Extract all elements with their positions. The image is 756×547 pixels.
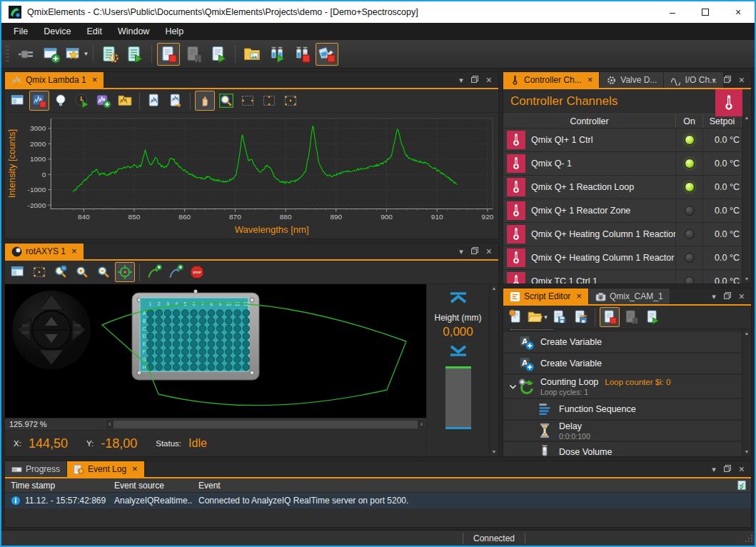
plate-well[interactable] xyxy=(208,363,215,371)
plate-well[interactable] xyxy=(156,333,163,340)
plate-well[interactable] xyxy=(164,348,171,356)
plate-well[interactable] xyxy=(226,310,233,317)
stop-acquisition-button[interactable] xyxy=(29,91,49,111)
panel-close-button[interactable]: × xyxy=(486,246,492,256)
plate-well[interactable] xyxy=(164,333,171,340)
panel-menu-button[interactable]: ▾ xyxy=(712,466,716,473)
plate-well[interactable] xyxy=(234,325,241,332)
plate-well[interactable] xyxy=(173,341,180,348)
plate-well[interactable] xyxy=(191,348,198,356)
plate-well[interactable] xyxy=(216,363,223,371)
menu-edit[interactable]: Edit xyxy=(79,24,110,39)
view-options-button[interactable] xyxy=(8,262,28,282)
scroll-up-icon[interactable]: ▲ xyxy=(745,115,750,121)
plate-well[interactable] xyxy=(156,341,163,348)
plate-well[interactable] xyxy=(199,348,206,356)
close-button[interactable]: × xyxy=(722,1,755,23)
column-header-on[interactable]: On xyxy=(676,114,703,128)
plate-well[interactable] xyxy=(147,318,154,325)
plate-well[interactable] xyxy=(182,356,189,363)
controller-row[interactable]: Qmix Q- 10.0 °C xyxy=(503,152,742,176)
panel-close-button[interactable]: × xyxy=(739,464,745,474)
plate-well[interactable] xyxy=(199,318,206,325)
plate-well[interactable] xyxy=(147,341,154,348)
plate-well[interactable] xyxy=(243,333,250,340)
plate-well[interactable] xyxy=(234,348,241,356)
script-step-delay-4[interactable]: Delay0:0:0:100 xyxy=(503,421,742,442)
plate-well[interactable] xyxy=(208,333,215,340)
plate-well[interactable] xyxy=(226,363,233,371)
minimize-button[interactable]: – xyxy=(656,1,689,23)
script-step-counting-loop-2[interactable]: Counting LoopLoop counter $i: 0Loop cycl… xyxy=(503,375,742,399)
plate-well[interactable] xyxy=(156,325,163,332)
plate-well[interactable] xyxy=(173,348,180,356)
plate-well[interactable] xyxy=(226,348,233,356)
plate-well[interactable] xyxy=(243,318,250,325)
column-header-event[interactable]: Event xyxy=(193,481,732,491)
fit-view-button[interactable] xyxy=(29,262,49,282)
plate-well[interactable] xyxy=(216,348,223,356)
plate-well[interactable] xyxy=(191,318,198,325)
scroll-down-icon[interactable]: ▼ xyxy=(745,449,750,455)
spectrum-chart[interactable]: -2000-1000010002000300084085086087088089… xyxy=(5,113,498,239)
fit-all-button[interactable] xyxy=(281,91,301,111)
panel-menu-button[interactable]: ▾ xyxy=(712,293,716,301)
menu-window[interactable]: Window xyxy=(110,24,157,39)
joystick-control[interactable] xyxy=(11,290,91,370)
plate-well[interactable] xyxy=(208,341,215,348)
dropdown-arrow-icon[interactable]: ▼ xyxy=(543,314,549,321)
view-options-button[interactable] xyxy=(8,91,28,111)
plate-well[interactable] xyxy=(191,363,198,371)
favorites-button[interactable]: ▼ xyxy=(65,43,88,66)
plate-well[interactable] xyxy=(243,348,250,356)
plate-well[interactable] xyxy=(164,325,171,332)
plate-well[interactable] xyxy=(191,333,198,340)
plate-well[interactable] xyxy=(216,333,223,340)
plate-well[interactable] xyxy=(182,333,189,340)
plate-well[interactable] xyxy=(191,356,198,363)
plate-well[interactable] xyxy=(164,356,171,363)
plate-well[interactable] xyxy=(173,333,180,340)
plate-well[interactable] xyxy=(208,318,215,325)
setpoint-value[interactable]: 0.0 °C xyxy=(703,176,742,199)
tab-event-log[interactable]: Event Log× xyxy=(67,461,145,477)
plate-well[interactable] xyxy=(216,318,223,325)
setpoint-value[interactable]: 0.0 °C xyxy=(703,129,742,151)
on-led[interactable] xyxy=(685,135,695,145)
plate-well[interactable] xyxy=(164,341,171,348)
dropdown-arrow-icon[interactable]: ▼ xyxy=(84,51,89,57)
dosing-configure-button[interactable] xyxy=(316,43,338,66)
controller-row[interactable]: Qmix Q+ 1 Reaction Loop0.0 °C xyxy=(503,176,742,199)
canvas-hscrollbar[interactable]: ‹ › xyxy=(106,420,425,429)
on-led[interactable] xyxy=(685,206,695,216)
plate-well[interactable] xyxy=(156,348,163,356)
scroll-up-icon[interactable]: ▲ xyxy=(745,331,750,336)
plate-well[interactable] xyxy=(164,310,171,317)
plate-well[interactable] xyxy=(173,325,180,332)
plate-well[interactable] xyxy=(191,325,198,332)
plate-well[interactable] xyxy=(156,356,163,363)
lift-up-button[interactable] xyxy=(448,291,469,306)
timed-acquisition-button[interactable] xyxy=(72,91,92,111)
tab-valve-d[interactable]: Valve D... xyxy=(600,72,664,88)
plate-well[interactable] xyxy=(226,318,233,325)
dosing-start-button[interactable] xyxy=(266,43,288,66)
plate-well[interactable] xyxy=(208,348,215,356)
plate-well[interactable] xyxy=(243,310,250,317)
emergency-stop-button[interactable]: STOP xyxy=(187,262,207,282)
plate-well[interactable] xyxy=(191,310,198,317)
on-led[interactable] xyxy=(685,276,695,283)
plate-well[interactable] xyxy=(199,356,206,363)
plate-well[interactable] xyxy=(234,363,241,371)
plate-well[interactable] xyxy=(156,363,163,371)
plate-well[interactable] xyxy=(173,318,180,325)
plate-well[interactable] xyxy=(234,310,241,317)
script-pause-button[interactable] xyxy=(182,43,205,66)
tab-close-icon[interactable]: × xyxy=(92,76,98,84)
plate-well[interactable] xyxy=(191,341,198,348)
run-script-button[interactable] xyxy=(642,307,662,327)
plate-well[interactable] xyxy=(216,341,223,348)
lamp-toggle-button[interactable] xyxy=(51,91,71,111)
zoom-tool-button[interactable] xyxy=(216,91,236,111)
save-script-as-button[interactable] xyxy=(570,307,590,327)
